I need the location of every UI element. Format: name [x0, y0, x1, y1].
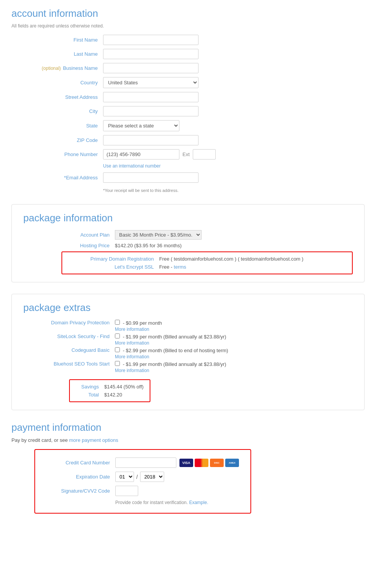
- exp-separator: /: [136, 474, 138, 480]
- email-hint-row: *Your receipt will be sent to this addre…: [11, 187, 365, 193]
- email-row: *Email Address: [11, 172, 365, 183]
- email-label: *Email Address: [11, 175, 103, 180]
- cvv-row: Signature/CVV2 Code: [47, 486, 239, 496]
- country-row: Country United States Canada United King…: [11, 77, 365, 88]
- first-name-row: First Name: [11, 35, 365, 45]
- total-row: Total $142.20: [76, 392, 144, 398]
- exp-year-select[interactable]: 2018201920202021 2022202320242025 202620…: [140, 472, 164, 482]
- zip-input[interactable]: [103, 135, 198, 145]
- street-row: Street Address: [11, 92, 365, 102]
- zip-label: ZIP Code: [11, 137, 103, 143]
- cc-number-input[interactable]: [115, 458, 176, 468]
- cvv-hint: Provide code for instant verification. E…: [115, 500, 239, 505]
- cc-row: Credit Card Number VISA DISC AMEX: [47, 458, 239, 468]
- extras-item-2: Codeguard Basic - $2.99 per month (Bille…: [23, 347, 353, 359]
- card-icons: VISA DISC AMEX: [179, 459, 239, 467]
- exp-label: Expiration Date: [47, 474, 115, 480]
- intl-hint-row: Use an international number: [11, 163, 365, 169]
- ssl-row: Let's Encrypt SSL Free - terms: [68, 264, 347, 270]
- city-input[interactable]: [103, 106, 198, 116]
- account-plan-value: Basic 36 Month Price - $3.95/mo. Basic 2…: [115, 230, 202, 240]
- phone-row: Phone Number Ext: [11, 149, 365, 159]
- extras-label-3: Bluehost SEO Tools Start: [23, 361, 115, 367]
- ssl-label: Let's Encrypt SSL: [68, 264, 159, 270]
- account-plan-select[interactable]: Basic 36 Month Price - $3.95/mo. Basic 2…: [115, 230, 202, 240]
- ssl-value: Free - terms: [159, 264, 186, 270]
- account-title: account information: [11, 8, 365, 19]
- email-input[interactable]: [103, 172, 198, 183]
- primary-domain-label: Primary Domain Registration: [68, 256, 159, 262]
- exp-selects: 01020304 05060708 09101112 / 20182019202…: [115, 472, 164, 482]
- extras-card: package extras Domain Privacy Protection…: [11, 294, 365, 410]
- total-value: $142.20: [104, 392, 122, 398]
- optional-tag: (optional): [42, 66, 61, 71]
- email-note: *Your receipt will be sent to this addre…: [103, 188, 179, 193]
- ext-label: Ext: [182, 151, 190, 157]
- savings-row: Savings $145.44 (50% off): [76, 384, 144, 390]
- country-select[interactable]: United States Canada United Kingdom Aust…: [103, 77, 198, 88]
- extras-more-0[interactable]: More information: [115, 327, 162, 332]
- extras-more-1[interactable]: More information: [115, 340, 226, 346]
- cvv-input[interactable]: [115, 486, 138, 496]
- street-label: Street Address: [11, 94, 103, 100]
- extras-more-2[interactable]: More information: [115, 354, 228, 359]
- hosting-price-row: Hosting Price $142.20 ($3.95 for 36 mont…: [23, 243, 353, 248]
- extras-checkbox-1[interactable]: [115, 333, 120, 338]
- state-select[interactable]: Please select a state AlabamaAlaskaArizo…: [103, 120, 179, 131]
- extras-item-1: SiteLock Security - Find - $1.99 per mon…: [23, 333, 353, 346]
- exp-month-select[interactable]: 01020304 05060708 09101112: [115, 472, 134, 482]
- hosting-price-label: Hosting Price: [23, 243, 115, 248]
- city-row: City: [11, 106, 365, 116]
- extras-label-1: SiteLock Security - Find: [23, 333, 115, 339]
- savings-value: $145.44 (50% off): [104, 384, 144, 390]
- phone-label: Phone Number: [11, 151, 103, 157]
- discover-icon: DISC: [210, 459, 224, 467]
- savings-label: Savings: [76, 384, 99, 390]
- package-highlight-box: Primary Domain Registration Free ( testd…: [61, 251, 353, 274]
- exp-row: Expiration Date 01020304 05060708 091011…: [47, 472, 239, 482]
- extras-more-3[interactable]: More information: [115, 368, 226, 373]
- extras-checkbox-2[interactable]: [115, 347, 120, 352]
- ext-input[interactable]: [193, 149, 216, 159]
- last-name-input[interactable]: [103, 49, 198, 59]
- cvv-example-link[interactable]: Example.: [189, 500, 208, 505]
- payment-note: Pay by credit card, or see more payment …: [11, 437, 365, 443]
- extras-value-1: - $1.99 per month (Billed annually at $2…: [115, 333, 226, 346]
- extras-value-3: - $1.99 per month (Billed annually at $2…: [115, 361, 226, 373]
- primary-domain-row: Primary Domain Registration Free ( testd…: [68, 256, 347, 262]
- city-label: City: [11, 108, 103, 114]
- package-title: package information: [23, 212, 353, 224]
- required-note: All fields are required unless otherwise…: [11, 23, 365, 29]
- payment-card: Credit Card Number VISA DISC AMEX Expira…: [34, 449, 251, 514]
- ssl-terms-link[interactable]: terms: [174, 264, 186, 270]
- total-label: Total: [76, 392, 99, 398]
- extras-checkbox-0[interactable]: [115, 320, 120, 325]
- intl-number-link[interactable]: Use an international number: [103, 163, 161, 169]
- account-plan-label: Account Plan: [23, 232, 115, 238]
- extras-label-2: Codeguard Basic: [23, 347, 115, 353]
- visa-icon: VISA: [179, 459, 193, 467]
- last-name-label: Last Name: [11, 51, 103, 57]
- amex-icon: AMEX: [225, 459, 239, 467]
- savings-total-box: Savings $145.44 (50% off) Total $142.20: [69, 379, 150, 402]
- more-payment-link[interactable]: more payment options: [69, 437, 118, 443]
- extras-value-2: - $2.99 per month (Billed to end of host…: [115, 347, 228, 359]
- extras-value-0: - $0.99 per month More information: [115, 320, 162, 332]
- payment-title: payment information: [11, 422, 365, 433]
- state-row: State Please select a state AlabamaAlask…: [11, 120, 365, 131]
- last-name-row: Last Name: [11, 49, 365, 59]
- extras-item-3: Bluehost SEO Tools Start - $1.99 per mon…: [23, 361, 353, 373]
- first-name-input[interactable]: [103, 35, 198, 45]
- cvv-label: Signature/CVV2 Code: [47, 488, 115, 494]
- phone-input[interactable]: [103, 149, 179, 159]
- zip-row: ZIP Code: [11, 135, 365, 145]
- hosting-price-value: $142.20 ($3.95 for 36 months): [115, 243, 182, 248]
- extras-items: Domain Privacy Protection - $0.99 per mo…: [23, 320, 353, 373]
- extras-title: package extras: [23, 302, 353, 314]
- business-name-row: (optional) Business Name: [11, 63, 365, 73]
- extras-checkbox-3[interactable]: [115, 361, 120, 366]
- extras-item-0: Domain Privacy Protection - $0.99 per mo…: [23, 320, 353, 332]
- package-card: package information Account Plan Basic 3…: [11, 204, 365, 282]
- street-input[interactable]: [103, 92, 198, 102]
- business-name-input[interactable]: [103, 63, 198, 73]
